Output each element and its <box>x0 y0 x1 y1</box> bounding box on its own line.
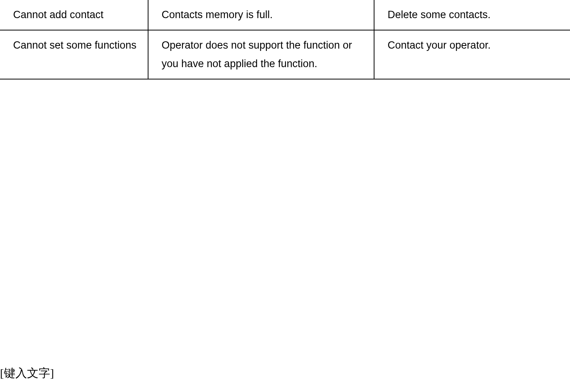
cause-cell: Contacts memory is full. <box>148 0 374 30</box>
footer-placeholder-text: [键入文字] <box>0 365 54 381</box>
solution-cell: Delete some contacts. <box>374 0 570 30</box>
solution-cell: Contact your operator. <box>374 30 570 79</box>
troubleshooting-table: Cannot add contact Contacts memory is fu… <box>0 0 570 79</box>
table-row: Cannot set some functions Operator does … <box>0 30 570 79</box>
table-row: Cannot add contact Contacts memory is fu… <box>0 0 570 30</box>
problem-cell: Cannot add contact <box>0 0 148 30</box>
cause-cell: Operator does not support the function o… <box>148 30 374 79</box>
problem-cell: Cannot set some functions <box>0 30 148 79</box>
